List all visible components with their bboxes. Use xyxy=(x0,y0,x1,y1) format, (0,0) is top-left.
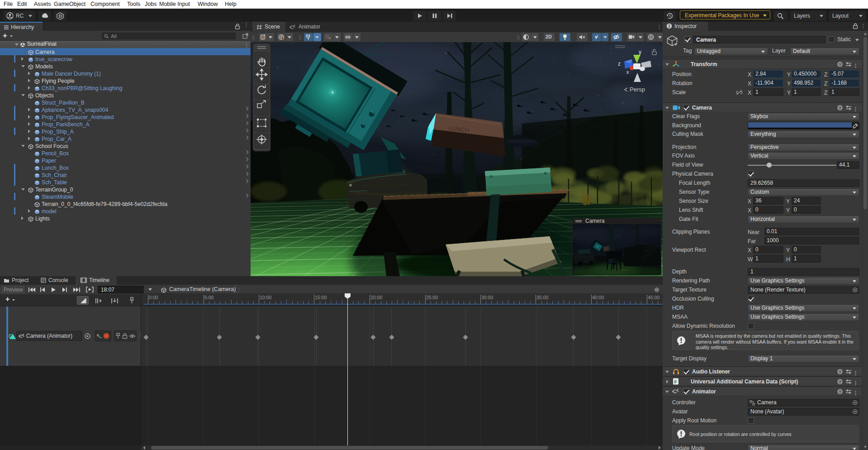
svg-text:Y: Y xyxy=(307,37,309,40)
svg-text:?: ? xyxy=(839,380,841,384)
svg-text:?: ? xyxy=(839,370,841,374)
svg-text:Persp: Persp xyxy=(630,86,645,93)
svg-text:#: # xyxy=(674,379,677,384)
svg-text:z: z xyxy=(618,61,621,67)
svg-text:?: ? xyxy=(839,62,841,67)
svg-text:y: y xyxy=(639,49,641,55)
svg-text:?: ? xyxy=(839,106,841,110)
svg-text:?: ? xyxy=(839,390,841,394)
svg-text:Camera: Camera xyxy=(585,218,605,224)
svg-text:x: x xyxy=(626,69,629,75)
